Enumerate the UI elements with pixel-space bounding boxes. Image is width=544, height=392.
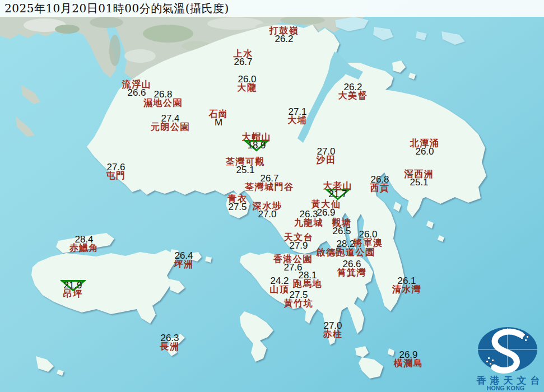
station-label: 筲箕灣 <box>337 268 367 277</box>
station-value: M <box>209 118 229 127</box>
station-kai-tak-runway-park: 28.2啟德跑道公園 <box>317 240 375 256</box>
station-value: 26.8 <box>143 90 183 99</box>
station-value: 27.6 <box>106 163 126 171</box>
station-value: 27.0 <box>253 210 282 218</box>
station-sham-shui-po: 深水埗27.0 <box>253 202 282 218</box>
station-value: 26.4 <box>174 251 194 260</box>
station-value: 26.8 <box>370 175 390 184</box>
station-value: 27.1 <box>288 108 308 116</box>
station-value: 26.0 <box>354 230 383 239</box>
station-value: 26.3 <box>294 210 324 218</box>
station-label: 沙田 <box>317 156 336 164</box>
station-tsuen-wan-shing-mun-valley: 26.7荃灣城門谷 <box>245 174 294 191</box>
station-value: 21.9 <box>63 281 83 290</box>
station-shau-kei-wan: 26.6筲箕灣 <box>337 260 367 277</box>
station-label: 坪洲 <box>174 260 194 268</box>
station-value: 26.9 <box>394 351 424 359</box>
station-value: 24.2 <box>270 277 290 285</box>
station-kwun-tong: 觀塘26.5 <box>332 218 352 235</box>
station-yuen-long-park: 27.4元朗公園 <box>151 114 190 131</box>
station-label: 九龍城 <box>294 218 324 227</box>
station-label: 大美督 <box>338 91 368 100</box>
station-value: 26.2 <box>269 35 299 43</box>
station-ta-kwu-ling: 打鼓嶺26.2 <box>269 26 299 43</box>
station-sai-kung: 26.8西貢 <box>370 175 390 192</box>
station-value: 26.0 <box>238 75 257 83</box>
station-wong-chuk-hang: 27.5黃竹坑 <box>284 291 314 307</box>
station-value: 27.5 <box>228 203 248 211</box>
station-label: 元朗公園 <box>151 123 190 131</box>
station-clear-water-bay: 26.1清水灣 <box>392 277 422 293</box>
station-ngong-ping: 21.9昂坪 <box>63 281 83 298</box>
station-label: 啟德跑道公園 <box>317 248 375 256</box>
hko-logo-name-en: HONG KONG OBSERVATORY <box>465 385 544 392</box>
temperature-map-screen: 打鼓嶺26.2上水26.726.0大隴26.2大美督流浮山26.626.8濕地公… <box>0 0 544 392</box>
station-label: 長洲 <box>160 342 180 351</box>
station-hong-kong-park: 香港公園27.6 <box>273 255 313 272</box>
station-label: 荃灣城門谷 <box>245 183 294 191</box>
station-happy-valley: 28.1跑馬地 <box>293 271 323 288</box>
mountain-summit-marker-icon <box>60 278 86 292</box>
station-shek-kong: 石崗M <box>209 110 229 127</box>
station-value: 26.6 <box>337 260 367 268</box>
station-sheung-shui: 上水26.7 <box>234 49 253 66</box>
station-label: 赤鱲角 <box>69 244 99 252</box>
station-value: 27.4 <box>151 114 190 123</box>
station-label: 橫瀾島 <box>394 359 424 367</box>
station-kau-sai-chau: 滘西洲25.1 <box>404 170 434 186</box>
station-wetland-park: 26.8濕地公園 <box>143 90 183 107</box>
station-value: 26.3 <box>160 334 180 342</box>
station-value: 18.9 <box>242 141 272 150</box>
station-tai-mo-shan: 大帽山18.9 <box>242 133 272 150</box>
station-pak-tam-chung: 北潭涌26.0 <box>410 139 440 156</box>
station-kowloon-city: 26.3九龍城 <box>294 210 324 227</box>
station-sha-tin: 27.0沙田 <box>317 147 336 164</box>
station-value: 26.1 <box>392 277 422 285</box>
station-value: 26.7 <box>234 58 253 66</box>
station-cheung-chau: 26.3長洲 <box>160 334 180 351</box>
station-label: 昂坪 <box>63 290 83 298</box>
station-tai-mei-tuk: 26.2大美督 <box>338 83 368 100</box>
station-tsuen-wan-ho-koon: 荃灣可觀25.1 <box>226 157 265 174</box>
station-chek-lap-kok: 28.4赤鱲角 <box>69 235 99 252</box>
station-tai-po: 27.1大埔 <box>288 108 308 124</box>
station-waglan-island: 26.9橫瀾島 <box>394 351 424 367</box>
station-tsing-yi: 青衣27.5 <box>228 194 248 211</box>
station-value: 27.0 <box>317 147 336 156</box>
station-observatory: 天文台27.9 <box>284 233 314 250</box>
station-value: 28.4 <box>69 235 99 244</box>
station-value: 27.0 <box>323 321 343 330</box>
station-value: 26.0 <box>410 147 440 156</box>
station-label: 清水灣 <box>392 285 422 293</box>
station-tai-lung: 26.0大隴 <box>238 75 257 92</box>
station-tates-cairn: 大老山21.7 <box>323 181 353 198</box>
station-label: 黃竹坑 <box>284 299 314 307</box>
title-bar: 2025年10月20日01時00分的氣溫(攝氏度) <box>0 0 544 17</box>
map-title: 2025年10月20日01時00分的氣溫(攝氏度) <box>0 1 229 16</box>
station-value: 26.5 <box>332 227 352 235</box>
station-value: 27.5 <box>284 291 314 299</box>
station-peng-chau: 26.4坪洲 <box>174 251 194 268</box>
station-label: 濕地公園 <box>143 99 183 107</box>
station-value: 25.1 <box>404 178 434 186</box>
station-value: 26.7 <box>245 174 294 183</box>
station-label: 屯門 <box>106 171 126 180</box>
mountain-summit-marker-icon <box>244 138 269 152</box>
station-value: 27.9 <box>284 241 314 250</box>
station-value: 25.1 <box>226 166 265 174</box>
station-label: 西貢 <box>370 184 390 192</box>
station-value: 28.2 <box>317 240 375 248</box>
station-value: 28.1 <box>293 271 323 279</box>
station-value: 26.2 <box>338 83 368 91</box>
station-value: 21.7 <box>323 190 353 198</box>
station-label: 赤柱 <box>323 330 343 338</box>
station-tuen-mun: 27.6屯門 <box>106 163 126 180</box>
stations-layer: 打鼓嶺26.2上水26.726.0大隴26.2大美督流浮山26.626.8濕地公… <box>0 0 544 392</box>
station-label: 大埔 <box>288 116 308 124</box>
station-label: 跑馬地 <box>293 279 323 288</box>
station-label: 大隴 <box>238 83 257 92</box>
station-stanley: 27.0赤柱 <box>323 321 343 338</box>
